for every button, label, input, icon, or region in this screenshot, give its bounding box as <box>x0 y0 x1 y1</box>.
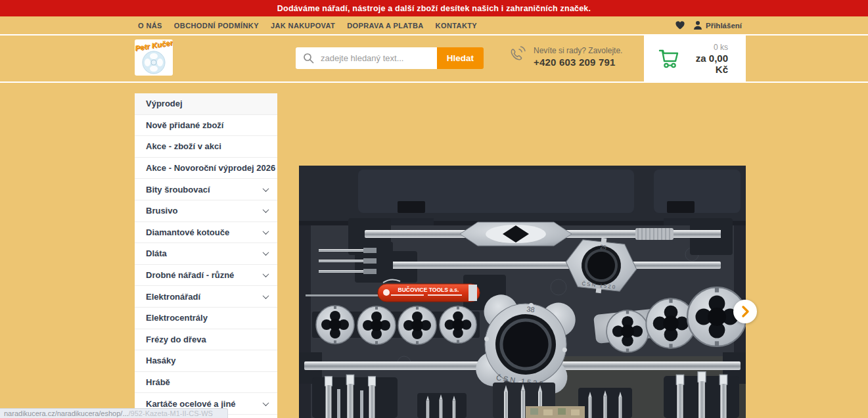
sidebar-item-label: Elektrocentrály <box>146 313 208 323</box>
top-nav: O NÁSOBCHODNÍ PODMÍNKYJAK NAKUPOVATDOPRA… <box>0 16 868 35</box>
sidebar-item[interactable]: Drobné nářadí - různé <box>135 265 277 287</box>
sidebar-item[interactable]: Elektronářadí <box>135 286 277 308</box>
sidebar-item-label: Hasáky <box>146 356 176 365</box>
chevron-down-icon[interactable] <box>263 228 269 235</box>
sidebar-item[interactable]: Frézy do dřeva <box>135 329 277 351</box>
cart-icon <box>658 48 682 69</box>
sidebar-item[interactable]: Diamantové kotouče <box>135 222 277 244</box>
promo-banner: Dodáváme nářadí, nástroje a další zboží … <box>0 0 868 16</box>
sidebar-item-label: Bity šroubovací <box>146 185 210 195</box>
header: Petr Kučera Hledat Nevíte si rady? Zavol… <box>0 35 868 83</box>
chevron-down-icon[interactable] <box>263 185 269 192</box>
globe-icon <box>142 51 166 74</box>
status-bar: naradikucera.cz/naradikucera/eshop/.../9… <box>0 408 228 418</box>
shop-logo[interactable]: Petr Kučera <box>135 39 173 76</box>
cart-texts: 0 ks za 0,00 Kč <box>682 43 728 75</box>
sidebar-item-label: Hrábě <box>146 377 170 387</box>
chevron-down-icon[interactable] <box>263 400 269 406</box>
phone-icon <box>507 45 527 66</box>
product-photo[interactable]: 25 ČSN 1520 BUČOVICE TOOLS a.s. <box>299 166 746 418</box>
nav-link[interactable]: JAK NAKUPOVAT <box>271 22 335 30</box>
nav-right: Přihlášení <box>675 20 742 30</box>
chevron-down-icon[interactable] <box>263 250 269 256</box>
phone-help-text: Nevíte si rady? Zavolejte. <box>534 46 622 55</box>
nav-link[interactable]: KONTAKTY <box>436 22 478 30</box>
sidebar-item[interactable]: Nově přidané zboží <box>135 115 277 137</box>
favorites-heart-icon[interactable] <box>675 20 685 30</box>
cart-count: 0 ks <box>682 43 728 52</box>
sidebar-item-label: Kartáče ocelové a jiné <box>146 399 236 409</box>
cart-button[interactable]: 0 ks za 0,00 Kč <box>644 35 746 81</box>
login-button[interactable]: Přihlášení <box>693 20 742 30</box>
sidebar-item-label: Výprodej <box>146 99 183 108</box>
sidebar-item-label: Nově přidané zboží <box>146 120 223 130</box>
sidebar-item-label: Frézy do dřeva <box>146 335 206 344</box>
login-label: Přihlášení <box>706 22 742 30</box>
promo-banner-text: Dodáváme nářadí, nástroje a další zboží … <box>277 4 591 13</box>
svg-text:BUČOVICE TOOLS a.s.: BUČOVICE TOOLS a.s. <box>398 286 459 293</box>
search-bar: Hledat <box>296 47 484 69</box>
sidebar-item[interactable]: Bity šroubovací <box>135 179 277 200</box>
nav-link[interactable]: OBCHODNÍ PODMÍNKY <box>174 22 259 30</box>
user-icon <box>693 20 702 30</box>
sidebar-item-label: Dláta <box>146 248 167 258</box>
cart-total: za 0,00 Kč <box>682 53 728 75</box>
sidebar-item[interactable]: Výprodej <box>135 93 277 115</box>
sidebar-item[interactable]: Hrábě <box>135 372 277 394</box>
sidebar-item[interactable]: Brusivo <box>135 200 277 222</box>
sidebar-item[interactable]: Elektrocentrály <box>135 308 277 329</box>
nav-links: O NÁSOBCHODNÍ PODMÍNKYJAK NAKUPOVATDOPRA… <box>138 22 477 30</box>
sidebar-item[interactable]: Dláta <box>135 243 277 265</box>
phone-number[interactable]: +420 603 209 791 <box>534 57 622 68</box>
sidebar-item[interactable]: Akce - Novoroční výprodej 2026 <box>135 158 277 179</box>
phone-contact: Nevíte si rady? Zavolejte. +420 603 209 … <box>507 45 622 68</box>
nav-link[interactable]: O NÁS <box>138 22 162 30</box>
chevron-down-icon[interactable] <box>263 292 269 299</box>
sidebar-item-label: Diamantové kotouče <box>146 227 229 237</box>
search-input[interactable] <box>296 47 437 69</box>
category-sidebar: VýprodejNově přidané zbožíAkce - zboží v… <box>135 93 277 418</box>
nav-link[interactable]: DOPRAVA A PLATBA <box>347 22 423 30</box>
chevron-down-icon[interactable] <box>263 271 269 277</box>
search-button[interactable]: Hledat <box>437 47 484 69</box>
sidebar-item-label: Drobné nářadí - různé <box>146 270 234 280</box>
status-url-tail: /952-Kazeta-M1-II-CS-WS <box>129 409 213 417</box>
sidebar-item-label: Akce - zboží v akci <box>146 141 221 151</box>
chevron-right-icon <box>733 300 757 323</box>
product-photo-illustration: 25 ČSN 1520 BUČOVICE TOOLS a.s. <box>299 166 746 418</box>
sidebar-item-label: Brusivo <box>146 206 177 216</box>
sidebar-item[interactable]: Hasáky <box>135 350 277 372</box>
carousel-next-button[interactable] <box>733 300 757 323</box>
sidebar-item[interactable]: Akce - zboží v akci <box>135 136 277 158</box>
sidebar-item-label: Akce - Novoroční výprodej 2026 <box>146 163 275 173</box>
status-url-base: naradikucera.cz/naradikucera/eshop/... <box>4 409 129 417</box>
chevron-down-icon[interactable] <box>263 206 269 213</box>
svg-text:25: 25 <box>599 244 606 251</box>
svg-text:38: 38 <box>526 305 536 314</box>
sidebar-item-label: Elektronářadí <box>146 292 200 302</box>
